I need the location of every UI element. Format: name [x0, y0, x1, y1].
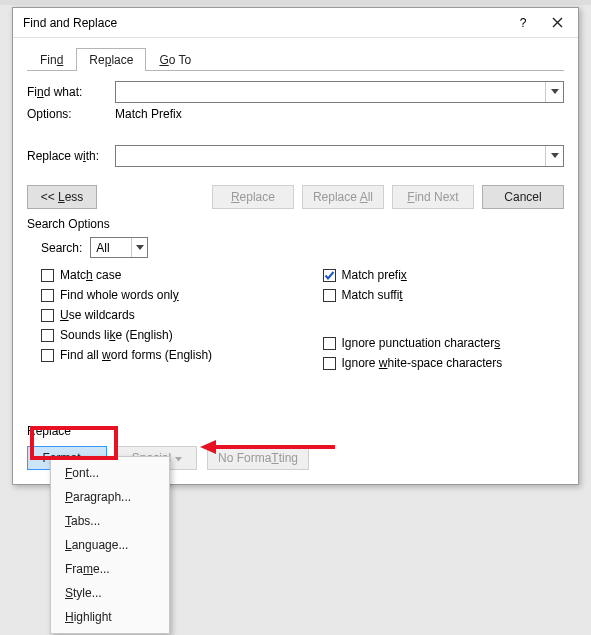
find-what-label: Find what:: [27, 85, 115, 99]
menu-highlight[interactable]: Highlight: [51, 605, 169, 629]
word-forms-checkbox[interactable]: Find all word forms (English): [41, 348, 283, 362]
ignore-punctuation-checkbox[interactable]: Ignore punctuation characters: [323, 336, 565, 350]
find-what-input[interactable]: [115, 81, 564, 103]
options-value: Match Prefix: [115, 107, 182, 121]
checkbox-icon: [41, 269, 54, 282]
options-label: Options:: [27, 107, 115, 121]
close-icon: [552, 17, 563, 28]
cancel-button[interactable]: Cancel: [482, 185, 564, 209]
find-next-button[interactable]: Find Next: [392, 185, 474, 209]
checkbox-icon: [41, 289, 54, 302]
checkbox-icon: [323, 357, 336, 370]
ignore-whitespace-checkbox[interactable]: Ignore white-space characters: [323, 356, 565, 370]
help-button[interactable]: ?: [506, 10, 540, 36]
replace-section-label: Replace: [27, 424, 564, 438]
checkbox-icon: [41, 329, 54, 342]
menu-language[interactable]: Language...: [51, 533, 169, 557]
menu-frame[interactable]: Frame...: [51, 557, 169, 581]
tab-find[interactable]: Find: [27, 48, 76, 71]
checkbox-icon: [41, 309, 54, 322]
match-suffix-checkbox[interactable]: Match suffit: [323, 288, 565, 302]
replace-button[interactable]: Replace: [212, 185, 294, 209]
chevron-down-icon: [136, 245, 144, 251]
menu-paragraph[interactable]: Paragraph...: [51, 485, 169, 509]
titlebar: Find and Replace ?: [13, 8, 578, 38]
sounds-like-checkbox[interactable]: Sounds like (English): [41, 328, 283, 342]
no-formatting-button[interactable]: No FormaTting: [207, 446, 309, 470]
tab-goto[interactable]: Go To: [146, 48, 204, 71]
help-icon: ?: [520, 16, 527, 30]
dialog-title: Find and Replace: [23, 16, 506, 30]
checkbox-icon: [41, 349, 54, 362]
search-options-label: Search Options: [27, 217, 564, 231]
replace-with-dropdown[interactable]: [545, 146, 563, 166]
checkbox-icon: [323, 337, 336, 350]
chevron-down-icon: [551, 153, 559, 159]
chevron-down-icon: [551, 89, 559, 95]
replace-all-button[interactable]: Replace All: [302, 185, 384, 209]
menu-tabs[interactable]: Tabs...: [51, 509, 169, 533]
search-direction-arrow[interactable]: [131, 238, 147, 257]
match-prefix-checkbox[interactable]: Match prefix: [323, 268, 565, 282]
menu-font[interactable]: Font...: [51, 461, 169, 485]
wildcards-checkbox[interactable]: Use wildcards: [41, 308, 283, 322]
format-menu: Font... Paragraph... Tabs... Language...…: [50, 456, 170, 634]
replace-with-label: Replace with:: [27, 149, 115, 163]
tab-replace[interactable]: Replace: [76, 48, 146, 71]
match-case-checkbox[interactable]: Match case: [41, 268, 283, 282]
find-replace-dialog: Find and Replace ? Find Replace Go To Fi…: [12, 7, 579, 485]
menu-style[interactable]: Style...: [51, 581, 169, 605]
close-button[interactable]: [540, 10, 574, 36]
dropdown-icon: [175, 451, 182, 465]
less-button[interactable]: << Less: [27, 185, 97, 209]
tab-strip: Find Replace Go To: [27, 44, 578, 70]
checkbox-icon: [323, 289, 336, 302]
whole-words-checkbox[interactable]: Find whole words only: [41, 288, 283, 302]
find-what-dropdown[interactable]: [545, 82, 563, 102]
checkbox-checked-icon: [323, 269, 336, 282]
search-direction-select[interactable]: All: [90, 237, 148, 258]
search-label: Search:: [41, 241, 82, 255]
replace-with-input[interactable]: [115, 145, 564, 167]
